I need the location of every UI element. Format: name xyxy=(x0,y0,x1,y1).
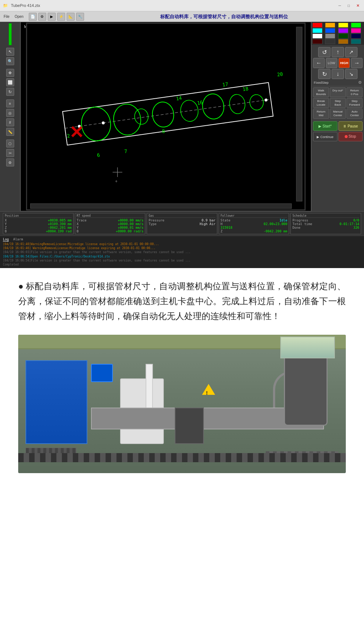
pos-x-row: X +0030.085 mm xyxy=(5,219,72,222)
toolbar-btn-6[interactable]: 🔧 xyxy=(76,13,84,21)
rotate2-row: ↻ ↓ ↘ xyxy=(313,69,363,79)
3d-view-tool[interactable]: ⬡ xyxy=(6,139,14,148)
continue-button[interactable]: ▶ Continue xyxy=(313,132,337,141)
action-btn-grid-2: Break Locate Step Back Step Forward xyxy=(313,98,363,108)
gas-type-label: Type xyxy=(149,222,157,226)
color-orange[interactable] xyxy=(325,23,335,28)
start-button[interactable]: ▶ Start* xyxy=(313,121,337,131)
menu-file[interactable]: File xyxy=(2,14,11,19)
measure-tool[interactable]: 📏 xyxy=(6,128,14,136)
toolbar-btn-3[interactable]: ▶ xyxy=(48,13,56,21)
window-titlebar: 📁 TubePro 414.ztx ─ □ ✕ xyxy=(0,0,364,12)
pos-y-label: Y xyxy=(5,222,7,226)
top-right-btn[interactable]: ↗ xyxy=(345,47,357,57)
fixed-step-row: FixedStep ⚙ xyxy=(313,80,363,85)
color-purple[interactable] xyxy=(338,28,348,33)
rotate-cw-btn[interactable]: ↻ xyxy=(318,69,331,79)
stop-button[interactable]: Stop xyxy=(339,132,363,141)
color-yellow[interactable] xyxy=(338,23,348,28)
speed-trace-label: Trace xyxy=(77,219,87,222)
return-0pos-btn[interactable]: Return 0 Pos xyxy=(347,87,363,97)
machine-photo: ! xyxy=(18,335,346,473)
toolbar-btn-2[interactable]: ⚙ xyxy=(38,13,46,21)
cursor-tool[interactable]: ↖ xyxy=(6,48,14,56)
alarm-tab[interactable]: Alarm xyxy=(13,237,23,241)
menu-open[interactable]: Open xyxy=(13,14,25,19)
toolbar-btn-4[interactable]: ⚡ xyxy=(57,13,65,21)
zoom-tool[interactable]: 🔍 xyxy=(6,57,14,65)
settings-tool[interactable]: ⚙ xyxy=(6,158,14,166)
bullet-symbol: ● xyxy=(18,281,24,291)
speed-y-row: Y +0000.01 mm/s xyxy=(77,226,144,229)
up-btn[interactable]: ↑ xyxy=(332,47,344,57)
color-darkgray[interactable] xyxy=(325,39,335,44)
continue-stop-row: ▶ Continue Stop xyxy=(313,132,363,141)
maximize-icon[interactable]: □ xyxy=(346,3,352,8)
speed-b-val: +0000.00 rad/s xyxy=(116,229,143,233)
step-back-btn[interactable]: Step Back xyxy=(330,98,346,108)
color-white[interactable] xyxy=(312,34,323,39)
schedule-time-row: Total time 0-01:17:14 xyxy=(292,222,359,226)
follower-z-val: -0042.200 mm xyxy=(264,229,287,233)
left-btn[interactable]: ← xyxy=(313,58,325,68)
toolbar-btn-5[interactable]: 📐 xyxy=(67,13,75,21)
bot-right-btn[interactable]: ↘ xyxy=(345,69,357,79)
follower-val2: 315918 xyxy=(221,226,233,229)
color-teal[interactable] xyxy=(351,39,361,44)
snap-tool[interactable]: ◎ xyxy=(6,109,14,117)
paragraph-text: 标配自动料库，可根据管材尺寸，自动调整机构位置与送料位置，确保管材定向、分离，保… xyxy=(18,281,346,321)
manual-center-btn[interactable]: Manual Center xyxy=(330,109,346,118)
down-btn[interactable]: ↓ xyxy=(332,69,344,79)
panel-box-2 xyxy=(175,408,204,444)
color-red[interactable] xyxy=(312,23,323,28)
color-darkgreen[interactable] xyxy=(338,34,348,39)
low-btn[interactable]: LOW xyxy=(326,58,337,68)
high-btn[interactable]: HIGH xyxy=(339,58,350,68)
color-brown[interactable] xyxy=(338,39,348,44)
color-darkblue[interactable] xyxy=(351,34,361,39)
rotate-tool[interactable]: ↻ xyxy=(6,88,14,96)
left-toolbar: ↖ 🔍 ✥ ⬜ ↻ ≡ ◎ # 📏 ⬡ ✂ ⚙ xyxy=(0,22,20,211)
text-content-section: ●标配自动料库，可根据管材尺寸，自动调整机构位置与送料位置，确保管材定向、分离，… xyxy=(0,268,364,331)
main-paragraph: ●标配自动料库，可根据管材尺寸，自动调整机构位置与送料位置，确保管材定向、分离，… xyxy=(18,279,346,323)
color-green[interactable] xyxy=(351,23,361,28)
panel-box-1 xyxy=(91,364,113,382)
walk-bounds-btn[interactable]: Walk Bounds xyxy=(313,87,329,97)
return-mid-btn[interactable]: Return Mid xyxy=(313,109,329,118)
close-icon[interactable]: ✕ xyxy=(355,3,361,8)
grid-tool[interactable]: # xyxy=(6,118,14,126)
gas-title: Gas xyxy=(149,214,215,218)
toolbar-btn-1[interactable]: 📄 xyxy=(29,13,37,21)
pause-button[interactable]: ⏸ Pause xyxy=(339,121,363,131)
right-control-panel: ↺ ↑ ↗ ← LOW HIGH → ↻ ↓ ↘ FixedStep ⚙ xyxy=(311,22,364,211)
right-btn[interactable]: → xyxy=(351,58,363,68)
gas-type-row: Type High Air xyxy=(149,222,215,226)
cad-canvas[interactable]: Wiruxi Pipe40 H: 80 X 717.651 xyxy=(20,22,311,211)
gas-pressure-val: 0.9 bar xyxy=(202,219,215,222)
cut-tool[interactable]: ✂ xyxy=(6,149,14,157)
dry-out-btn[interactable]: Dry-out* xyxy=(330,87,346,97)
color-darkred[interactable] xyxy=(312,39,323,44)
speed-trace-row: Trace +0000.00 mm/s xyxy=(77,219,144,222)
move-tool[interactable]: ✥ xyxy=(6,69,14,77)
color-blue[interactable] xyxy=(325,28,335,33)
layer-tool[interactable]: ≡ xyxy=(6,99,14,107)
svg-text:14: 14 xyxy=(175,95,182,102)
color-gray[interactable] xyxy=(325,34,335,39)
gear-icon[interactable]: ⚙ xyxy=(358,80,362,85)
svg-rect-0 xyxy=(25,22,306,211)
schedule-title: Schedule xyxy=(292,214,359,218)
auto-center-btn[interactable]: Auto Center xyxy=(347,109,363,118)
color-cyan[interactable] xyxy=(312,28,323,33)
break-locate-btn[interactable]: Break Locate xyxy=(313,98,329,108)
color-pink[interactable] xyxy=(351,28,361,33)
speed-b-row: B +0000.00 rad/s xyxy=(77,229,144,233)
rotate-ccw-btn[interactable]: ↺ xyxy=(318,47,331,57)
schedule-done-row: Done 326 xyxy=(292,226,359,229)
log-tab[interactable]: Log xyxy=(3,237,9,241)
step-forward-btn[interactable]: Step Forward xyxy=(347,98,363,108)
select-tool[interactable]: ⬜ xyxy=(6,78,14,86)
speed-x-row: X +0000.00 mm/s xyxy=(77,222,144,226)
speed-b-label: B xyxy=(77,229,79,233)
minimize-icon[interactable]: ─ xyxy=(337,3,343,8)
